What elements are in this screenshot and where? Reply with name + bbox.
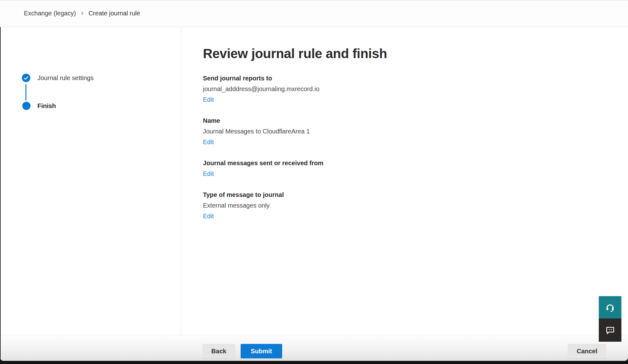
footer-action-bar: Back Submit Cancel — [0, 335, 628, 361]
window-top-edge — [0, 0, 628, 1]
feedback-button[interactable] — [599, 318, 621, 342]
wizard-step-journal-rule-settings[interactable]: Journal rule settings — [22, 73, 94, 82]
page-title: Review journal rule and finish — [203, 46, 387, 62]
review-pane: Review journal rule and finish Send jour… — [182, 27, 628, 335]
app-window: Exchange (legacy) › Create journal rule … — [0, 0, 628, 361]
section-label: Type of message to journal — [203, 189, 473, 200]
breadcrumb-link-exchange-legacy[interactable]: Exchange (legacy) — [24, 10, 76, 17]
breadcrumb-bar: Exchange (legacy) › Create journal rule — [0, 0, 628, 27]
wizard-step-label: Journal rule settings — [37, 74, 94, 82]
help-support-button[interactable] — [599, 296, 621, 318]
section-value: journal_adddress@journaling.mxrecord.io — [203, 84, 473, 94]
window-left-edge — [0, 27, 1, 361]
feedback-chat-icon — [605, 325, 615, 335]
cancel-button[interactable]: Cancel — [568, 344, 606, 358]
check-circle-icon — [22, 73, 30, 82]
headset-icon — [605, 302, 615, 312]
breadcrumb-current-page: Create journal rule — [89, 10, 140, 17]
wizard-step-label: Finish — [37, 102, 56, 110]
screen: Exchange (legacy) › Create journal rule … — [0, 0, 628, 364]
edit-link-name[interactable]: Edit — [203, 137, 214, 147]
chevron-right-icon: › — [81, 9, 84, 17]
edit-link-type-of-message[interactable]: Edit — [203, 211, 214, 221]
section-label: Journal messages sent or received from — [203, 158, 473, 168]
review-section-type-of-message-to-journal: Type of message to journal External mess… — [203, 189, 473, 221]
section-value: External messages only — [203, 200, 473, 211]
section-value: Journal Messages to CloudflareArea 1 — [203, 126, 473, 137]
review-section-name: Name Journal Messages to CloudflareArea … — [203, 115, 473, 147]
review-section-send-journal-reports-to: Send journal reports to journal_adddress… — [203, 73, 473, 105]
wizard-step-finish[interactable]: Finish — [22, 102, 56, 110]
back-button[interactable]: Back — [203, 344, 235, 358]
review-section-journal-messages-sent-or-received-from: Journal messages sent or received from E… — [203, 158, 473, 179]
submit-button[interactable]: Submit — [241, 344, 282, 358]
edit-link-send-journal-reports-to[interactable]: Edit — [203, 94, 214, 105]
step-connector-line — [25, 84, 26, 101]
review-sections: Send journal reports to journal_adddress… — [203, 73, 473, 232]
current-step-dot-icon — [22, 102, 30, 110]
section-label: Name — [203, 115, 473, 126]
section-label: Send journal reports to — [203, 73, 473, 84]
wizard-steps-panel: Journal rule settings Finish — [0, 27, 181, 335]
edit-link-journal-messages-scope[interactable]: Edit — [203, 168, 214, 179]
